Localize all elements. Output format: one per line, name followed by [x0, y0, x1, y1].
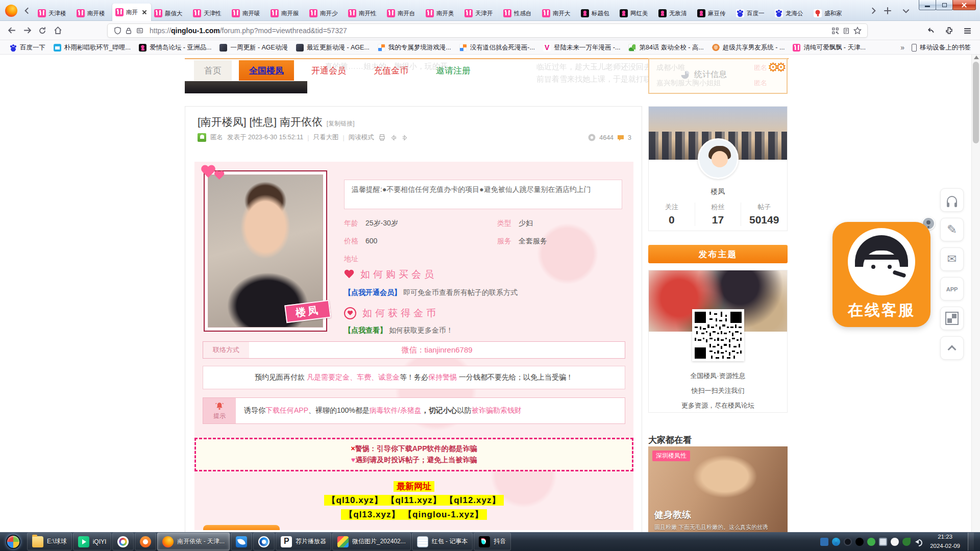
author-name[interactable]: 匿名	[210, 133, 223, 142]
profile-stat[interactable]: 粉丝 17	[695, 203, 741, 226]
bookmark-star-icon[interactable]	[852, 25, 863, 36]
tray-app-icon[interactable]	[844, 538, 852, 546]
tray-browser-icon[interactable]	[832, 538, 840, 546]
reload-icon[interactable]	[35, 23, 50, 38]
browser-tab[interactable]: 南开性	[345, 6, 384, 21]
browser-tab[interactable]: 天津性	[190, 6, 229, 21]
browser-tab[interactable]: 标题包	[578, 6, 617, 21]
browser-tab[interactable]: 天津开	[461, 6, 500, 21]
browser-tab[interactable]: 颜值大	[151, 6, 190, 21]
taskbar-button[interactable]: 红包 - 记事本	[412, 533, 473, 550]
bookmark-item[interactable]: 我的专属梦境游戏漫...	[375, 42, 454, 53]
bookmarks-overflow-icon[interactable]: »	[900, 43, 903, 52]
tab-scroll-left-icon[interactable]	[22, 6, 32, 15]
firefox-view-icon[interactable]	[923, 23, 938, 38]
tray-volume-icon[interactable]	[914, 538, 922, 546]
bookmark-item[interactable]: 百度一下	[6, 42, 48, 53]
qr-scan-icon[interactable]	[829, 25, 841, 36]
scroll-up-arrow[interactable]	[974, 56, 979, 59]
browser-tab[interactable]: 麻豆传	[694, 6, 733, 21]
contact-value[interactable]: 微信：tianjinren6789	[249, 342, 625, 358]
publish-topic-button[interactable]: 发布主题	[648, 245, 788, 263]
tray-leaf-icon[interactable]	[902, 538, 911, 546]
shield-icon[interactable]	[112, 25, 123, 36]
browser-tab[interactable]: 南开唛	[229, 6, 267, 21]
reader-mode-icon[interactable]	[841, 25, 852, 36]
taskbar-button[interactable]: E:\球球	[27, 533, 72, 550]
forward-icon[interactable]	[19, 23, 35, 38]
copy-link[interactable]: [复制链接]	[327, 120, 355, 127]
tab-close-icon[interactable]	[141, 9, 148, 16]
floating-tool-button[interactable]	[940, 307, 964, 330]
mobile-bookmarks[interactable]: 移动设备上的书签	[909, 42, 974, 53]
taskbar-button[interactable]: iQIYI	[73, 533, 112, 550]
profile-avatar[interactable]	[698, 138, 739, 179]
bookmark-item[interactable]: 爱情岛论坛 - 亚洲品...	[136, 42, 215, 53]
show-desktop-button[interactable]	[968, 533, 974, 550]
floating-tool-button[interactable]	[940, 277, 964, 300]
forum-nav-item[interactable]: 全国楼凤	[239, 60, 294, 81]
partial-button[interactable]	[203, 525, 280, 530]
taskbar-button[interactable]: 抖音	[474, 533, 511, 550]
bookmark-item[interactable]: 最近更新动漫 - AGE...	[293, 42, 373, 53]
scrollbar-thumb[interactable]	[973, 62, 979, 143]
bookmark-item[interactable]: 登陆未来一万年漫画 -...	[540, 42, 624, 53]
browser-tab[interactable]: 网红美	[617, 6, 655, 21]
online-service-widget[interactable]: 在线客服	[832, 222, 930, 327]
view-large-link[interactable]: 只看大图	[313, 133, 338, 142]
browser-tab[interactable]: 性感自	[500, 6, 539, 21]
floating-tool-button[interactable]	[940, 336, 964, 360]
prev-arrow-icon[interactable]	[390, 134, 397, 141]
taskbar-button[interactable]	[253, 533, 275, 550]
browser-tab[interactable]: 盛和家	[811, 6, 849, 21]
browser-tab[interactable]: 龙海公	[772, 6, 811, 21]
tray-input-icon[interactable]	[820, 538, 828, 546]
browser-tab[interactable]: 南开大	[539, 6, 578, 21]
page-scrollbar[interactable]	[971, 55, 980, 532]
browser-tab[interactable]: 无敌清	[655, 6, 694, 21]
browser-tab[interactable]: 南开楼	[74, 6, 112, 21]
taskbar-button[interactable]	[231, 533, 252, 550]
extensions-icon[interactable]	[941, 23, 957, 38]
list-all-tabs-icon[interactable]	[901, 6, 911, 15]
browser-tab[interactable]: 南开自	[384, 6, 423, 21]
statistics-link[interactable]: 统计信息	[680, 69, 727, 80]
read-mode-link[interactable]: 阅读模式	[349, 133, 374, 142]
minimize-button[interactable]	[919, 0, 936, 10]
bookmark-item[interactable]: 朴雨彬唱歌环节_哔哩...	[51, 42, 134, 53]
recommend-card[interactable]: 深圳楼凤性 健身教练 圆且粉嫩 下面无毛且粉嫩的。这么真实的丝诱	[648, 446, 788, 532]
browser-tab[interactable]: 南开奥	[423, 6, 461, 21]
browser-tab[interactable]: 南开少	[306, 6, 345, 21]
url-text[interactable]: https://qinglou-1.com/forum.php?mod=view…	[150, 27, 829, 35]
new-tab-icon[interactable]	[883, 6, 892, 15]
tray-display-icon[interactable]	[879, 538, 887, 546]
forum-nav-item[interactable]: 首页	[194, 60, 232, 81]
bookmark-item[interactable]: 一周更新 - AGE动漫	[216, 42, 291, 53]
url-bar[interactable]: https://qinglou-1.com/forum.php?mod=view…	[107, 23, 868, 38]
bookmark-item[interactable]: 超级共享男友系统 - ...	[709, 42, 788, 53]
permissions-icon[interactable]	[134, 25, 145, 36]
check-coin-link[interactable]: 【点我查看】	[344, 326, 387, 334]
bookmark-item[interactable]: 第84话 轰动全校 - 高...	[625, 42, 706, 53]
tray-player-icon[interactable]	[891, 538, 899, 546]
taskbar-button[interactable]: 南开依依 - 天津...	[157, 533, 230, 550]
bookmark-item[interactable]: 清纯可爱飘飘 - 天津...	[790, 42, 869, 53]
taskbar-button[interactable]: 荐片播放器	[276, 533, 331, 550]
close-button[interactable]	[952, 0, 976, 10]
tray-green-icon[interactable]	[867, 538, 875, 546]
menu-icon[interactable]	[960, 23, 975, 38]
profile-stat[interactable]: 关注 0	[649, 203, 695, 226]
floating-tool-button[interactable]	[940, 188, 964, 212]
profile-username[interactable]: 楼凤	[649, 187, 787, 196]
browser-tab[interactable]: 南开	[112, 4, 151, 21]
profile-stat[interactable]: 帖子 50149	[741, 203, 787, 226]
taskbar-button[interactable]	[135, 533, 156, 550]
browser-tab[interactable]: 天津楼	[35, 6, 74, 21]
browser-tab[interactable]: 百度一	[733, 6, 772, 21]
taskbar-button[interactable]	[112, 533, 134, 550]
taskbar-clock[interactable]: 21:23 2024-02-09	[926, 533, 964, 550]
open-member-link[interactable]: 【点我开通会员】	[344, 288, 401, 296]
browser-tab[interactable]: 南开服	[267, 6, 306, 21]
back-icon[interactable]	[4, 23, 19, 38]
tray-douyin-icon[interactable]	[855, 538, 864, 546]
